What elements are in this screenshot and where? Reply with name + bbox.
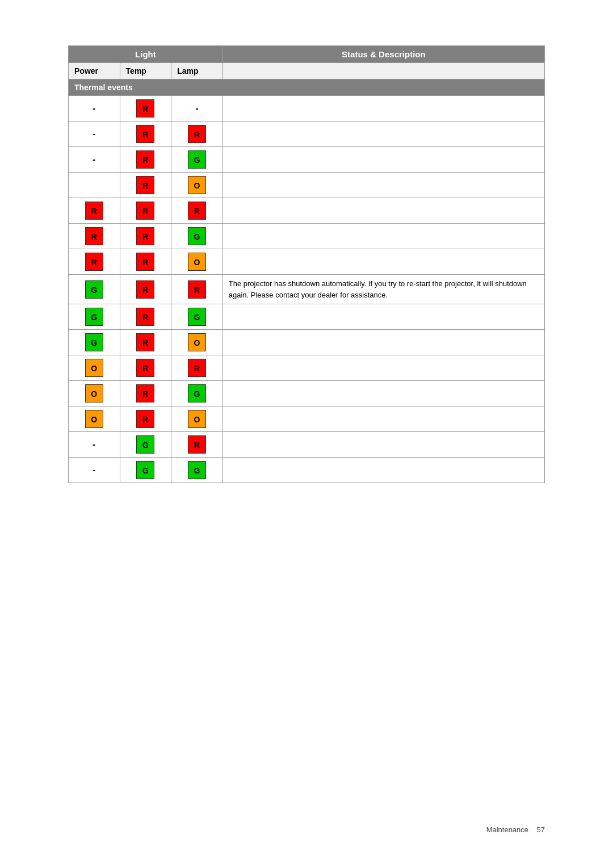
lamp-cell: O [171,249,223,275]
power-cell: R [69,249,120,275]
status-desc [222,381,544,406]
status-desc [222,304,544,330]
power-cell: - [69,173,120,198]
thermal-events-label: Thermal events [69,79,545,96]
temp-indicator-red: R [136,410,154,428]
power-indicator-green: G [85,333,103,351]
power-indicator-orange: O [85,384,103,402]
temp-cell: R [120,275,171,304]
table-row: G R O [69,330,545,355]
table-row: - G G [69,458,545,483]
table-row: R R G [69,224,545,249]
power-cell: O [69,406,120,432]
thermal-events-header: Thermal events [69,79,545,96]
lamp-indicator-red: R [188,202,206,220]
lamp-indicator-green: G [188,384,206,402]
temp-indicator-red: R [136,333,154,351]
temp-cell: R [120,96,171,121]
status-header-2 [222,63,544,79]
page-wrapper: Light Status & Description Power Temp La… [0,0,613,529]
lamp-indicator-orange: O [188,176,206,194]
power-cell: G [69,275,120,304]
power-indicator-dash: - [85,99,103,118]
table-row: O R G [69,381,545,406]
temp-indicator-red: R [136,280,154,299]
status-desc [222,224,544,249]
status-desc [222,121,544,147]
power-indicator-dash: - [85,150,103,169]
table-row: O R O [69,406,545,432]
temp-indicator-red: R [136,308,154,326]
power-cell: - [69,147,120,173]
power-cell: - [69,458,120,483]
table-row: - R G [69,147,545,173]
power-indicator-red: R [85,202,103,220]
table-row: O R R [69,355,545,381]
temp-indicator-red: R [136,384,154,402]
lamp-cell: G [171,304,223,330]
table-row: - R O [69,173,545,198]
temp-indicator-red: R [136,253,154,271]
temp-cell: R [120,406,171,432]
footer-text: Maintenance [486,825,528,834]
lamp-indicator-green: G [188,461,206,479]
power-cell: O [69,381,120,406]
temp-indicator-green: G [136,435,154,454]
lamp-cell: O [171,406,223,432]
power-indicator-dash: - [85,435,103,454]
lamp-cell: G [171,458,223,483]
temp-cell: R [120,249,171,275]
power-indicator-orange: O [85,410,103,428]
lamp-cell: G [171,224,223,249]
power-cell: G [69,304,120,330]
status-desc [222,458,544,483]
temp-cell: R [120,147,171,173]
power-header: Power [69,63,120,79]
lamp-cell: R [171,355,223,381]
lamp-indicator-dash: - [188,99,206,118]
status-desc [222,249,544,275]
lamp-indicator-orange: O [188,253,206,271]
table-row: - G R [69,432,545,458]
table-row: - R R [69,121,545,147]
table-row: - R - [69,96,545,121]
lamp-indicator-green: G [188,150,206,169]
footer-page: 57 [537,825,545,834]
lamp-indicator-red: R [188,435,206,454]
lamp-indicator-orange: O [188,410,206,428]
power-indicator-red: R [85,253,103,271]
light-header: Light [69,46,223,63]
temp-cell: R [120,355,171,381]
temp-cell: G [120,432,171,458]
table-header-row-1: Light Status & Description [69,46,545,63]
temp-header: Temp [120,63,171,79]
status-desc [222,198,544,224]
table-row: R R R [69,198,545,224]
status-header: Status & Description [222,46,544,63]
power-cell: G [69,330,120,355]
lamp-cell: O [171,173,223,198]
power-indicator-green: G [85,280,103,299]
table-header-row-2: Power Temp Lamp [69,63,545,79]
lamp-cell: R [171,432,223,458]
temp-cell: G [120,458,171,483]
temp-cell: R [120,198,171,224]
power-cell: - [69,121,120,147]
temp-cell: R [120,381,171,406]
power-indicator-orange: O [85,359,103,377]
power-cell: - [69,432,120,458]
lamp-indicator-green: G [188,308,206,326]
status-desc [222,173,544,198]
lamp-cell: O [171,330,223,355]
temp-indicator-red: R [136,150,154,169]
temp-indicator-green: G [136,461,154,479]
power-indicator-red: R [85,227,103,245]
lamp-cell: G [171,147,223,173]
indicator-table: Light Status & Description Power Temp La… [68,45,545,483]
temp-indicator-red: R [136,227,154,245]
table-row: G R G [69,304,545,330]
power-cell: R [69,224,120,249]
table-row: G R R The projector has shutdown automat… [69,275,545,304]
status-desc [222,432,544,458]
temp-cell: R [120,173,171,198]
